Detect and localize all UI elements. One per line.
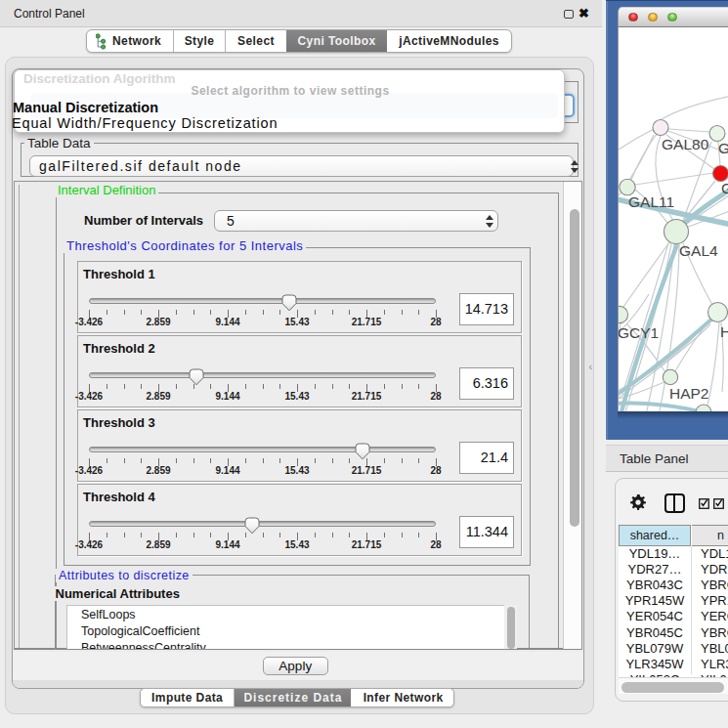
svg-text:GCY1: GCY1	[619, 324, 659, 341]
svg-text:HI: HI	[720, 323, 728, 340]
svg-text:HAP2: HAP2	[669, 385, 709, 402]
svg-text:GAL11: GAL11	[628, 193, 674, 210]
svg-text:GAL80: GAL80	[662, 136, 709, 152]
svg-text:GAL4: GAL4	[679, 242, 718, 259]
svg-text:GA: GA	[718, 140, 728, 156]
svg-text:GA: GA	[721, 180, 728, 196]
